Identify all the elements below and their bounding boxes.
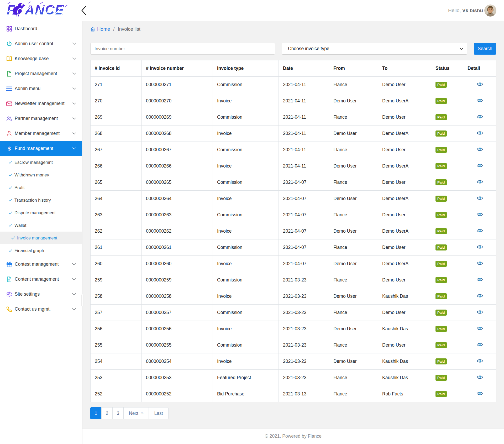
eye-icon[interactable] <box>477 98 483 103</box>
last-page-button[interactable]: Last <box>149 407 168 419</box>
sidebar-item-newsletter-management[interactable]: Newsletter management <box>0 96 82 111</box>
eye-icon[interactable] <box>477 391 483 396</box>
cell-from: Flance <box>329 239 378 256</box>
cell-status: Paid <box>431 272 463 288</box>
status-badge: Paid <box>435 179 447 186</box>
eye-icon[interactable] <box>477 326 483 331</box>
eye-icon[interactable] <box>477 359 483 363</box>
sidebar-item-admin-menu[interactable]: Admin menu <box>0 81 82 96</box>
sidebar-item-member-management[interactable]: Member management <box>0 126 82 141</box>
next-page-button[interactable]: Next» <box>123 407 149 419</box>
eye-icon[interactable] <box>477 294 483 298</box>
eye-icon[interactable] <box>477 196 483 200</box>
eye-icon[interactable] <box>477 212 483 217</box>
cell-from: Demo User <box>329 256 378 272</box>
cell-number: 0000000268 <box>142 126 213 142</box>
invoice-row-259: 2590000000259Commission2021-03-23FlanceD… <box>91 272 496 288</box>
cell-number: 0000000253 <box>142 370 213 386</box>
cell-status: Paid <box>431 126 463 142</box>
eye-icon[interactable] <box>477 163 483 168</box>
column-header-invoice-id: # Invoice Id <box>91 60 142 77</box>
eye-icon[interactable] <box>477 82 483 86</box>
home-icon <box>90 27 95 32</box>
eye-icon[interactable] <box>477 114 483 119</box>
sidebar-subitem-dispute-management[interactable]: Dispute management <box>0 206 82 219</box>
cell-detail <box>463 142 496 158</box>
sidebar-item-site-settings[interactable]: Site settings <box>0 287 82 302</box>
eye-icon[interactable] <box>477 342 483 347</box>
sidebar-item-contest-management[interactable]: Contest management <box>0 257 82 272</box>
breadcrumb-home-link[interactable]: Home <box>97 26 110 32</box>
status-badge: Paid <box>435 310 447 316</box>
cell-from: Demo User <box>329 191 378 207</box>
cell-from: Flance <box>329 174 378 191</box>
sidebar-item-label: Content management <box>15 276 70 282</box>
cell-date: 2021-03-23 <box>279 288 329 305</box>
status-badge: Paid <box>435 82 447 88</box>
invoice-number-input[interactable] <box>90 43 275 55</box>
sidebar-item-knowledge-base[interactable]: Knowledge base <box>0 51 82 66</box>
sidebar-subitem-financial-graph[interactable]: Financial graph <box>0 244 82 257</box>
sidebar-item-dashboard[interactable]: Dashboard <box>0 21 82 36</box>
status-badge: Paid <box>435 130 447 137</box>
cell-to: Demo UserA <box>378 93 431 109</box>
sidebar-subitem-escrow-managemnt[interactable]: Escrow managemnt <box>0 156 82 169</box>
eye-icon[interactable] <box>477 245 483 249</box>
sidebar-item-fund-management[interactable]: $Fund management <box>0 141 82 156</box>
flance-logo[interactable]: F ANCE <box>6 2 68 19</box>
status-badge: Paid <box>435 147 447 153</box>
page-button-2[interactable]: 2 <box>101 407 113 419</box>
sidebar-item-project-management[interactable]: Project management <box>0 66 82 81</box>
eye-icon[interactable] <box>477 131 483 135</box>
invoice-row-261: 2610000000261Commission2021-04-07FlanceD… <box>91 239 496 256</box>
sidebar-subitem-profit[interactable]: Profit <box>0 181 82 194</box>
eye-icon[interactable] <box>477 375 483 379</box>
status-badge: Paid <box>435 375 447 381</box>
sidebar-back-chevron-icon[interactable] <box>80 6 87 15</box>
sidebar-subitem-invoice-management[interactable]: Invoice management <box>0 232 82 244</box>
cell-to: Demo User <box>378 207 431 223</box>
cell-to: Kaushik Das <box>378 353 431 370</box>
status-badge: Paid <box>435 391 447 397</box>
sidebar-scrollbar-thumb[interactable] <box>81 294 83 307</box>
search-button[interactable]: Search <box>474 43 496 55</box>
cell-status: Paid <box>431 223 463 239</box>
check-icon <box>8 248 13 253</box>
cell-id: 270 <box>91 93 142 109</box>
sidebar-item-contact-us-mgmt[interactable]: Contact us mgmt. <box>0 302 82 317</box>
next-label: Next <box>129 411 138 416</box>
invoice-type-select[interactable]: Choose invoice type <box>282 43 467 55</box>
sidebar-subitem-transaction-history[interactable]: Transaction history <box>0 194 82 206</box>
filter-bar: Choose invoice type Search <box>90 43 496 55</box>
eye-icon[interactable] <box>477 261 483 265</box>
sidebar-item-partner-management[interactable]: Partner management <box>0 111 82 126</box>
cell-to: Demo User <box>378 109 431 126</box>
page-button-3[interactable]: 3 <box>112 407 124 419</box>
eye-icon[interactable] <box>477 310 483 314</box>
sidebar-item-content-management[interactable]: Content management <box>0 272 82 287</box>
eye-icon[interactable] <box>477 147 483 152</box>
users-icon <box>6 116 12 122</box>
eye-icon[interactable] <box>477 180 483 184</box>
cell-status: Paid <box>431 174 463 191</box>
eye-icon[interactable] <box>477 277 483 282</box>
invoice-row-257: 2570000000257Commission2021-03-23FlanceD… <box>91 305 496 321</box>
invoice-table: # Invoice Id# Invoice numberInvoice type… <box>90 60 496 402</box>
invoice-row-267: 2670000000267Commission2021-04-11FlanceD… <box>91 142 496 158</box>
invoice-row-265: 2650000000265Commission2021-04-07FlanceD… <box>91 174 496 191</box>
user-avatar[interactable] <box>484 4 496 17</box>
page-button-1[interactable]: 1 <box>90 407 102 419</box>
sidebar-subitem-label: Escrow managemnt <box>14 160 53 165</box>
cell-type: Commission <box>213 337 279 353</box>
sidebar-subitem-withdrawn-money[interactable]: Withdrawn money <box>0 169 82 181</box>
invoice-row-260: 2600000000260Invoice2021-04-07Demo UserD… <box>91 256 496 272</box>
sidebar-item-admin-user-control[interactable]: Admin user control <box>0 36 82 51</box>
eye-icon[interactable] <box>477 228 483 233</box>
sidebar-subitem-wallet[interactable]: Wallet <box>0 219 82 232</box>
sidebar-item-label: Project management <box>15 71 70 76</box>
cell-to: Demo User <box>378 337 431 353</box>
cell-type: Commission <box>213 207 279 223</box>
sidebar-submenu-fund-management: Escrow managemntWithdrawn moneyProfitTra… <box>0 156 82 257</box>
cell-number: 0000000259 <box>142 272 213 288</box>
invoice-row-263: 2630000000263Commission2021-04-07FlanceD… <box>91 207 496 223</box>
